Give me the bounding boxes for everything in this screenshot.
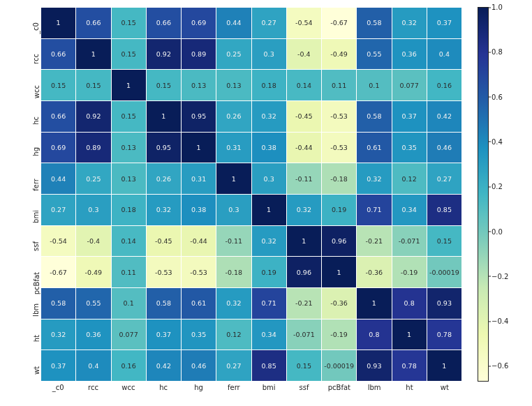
heatmap-cell: 0.13 (216, 70, 251, 101)
heatmap-cell: 0.71 (357, 194, 392, 225)
heatmap-cell: 0.44 (41, 163, 76, 195)
heatmap-cell: -0.00019 (322, 350, 357, 382)
heatmap-cell: 0.35 (392, 132, 427, 163)
colorbar-tick-label: 0.4 (492, 137, 503, 145)
heatmap-cell: 1 (41, 8, 76, 39)
y-tick-label: hc (33, 116, 40, 125)
heatmap-cell: 0.31 (182, 163, 216, 195)
heatmap-cell: 0.27 (251, 8, 286, 39)
heatmap-cell: -0.11 (286, 163, 321, 195)
heatmap-cell: 0.15 (76, 70, 111, 101)
heatmap-cell: 0.58 (41, 287, 76, 319)
correlation-heatmap-figure: 10.660.150.660.690.440.27-0.54-0.670.580… (0, 0, 532, 406)
heatmap-cell: 1 (182, 132, 216, 163)
heatmap-cell: 0.32 (357, 163, 392, 195)
heatmap-cell: 0.15 (146, 70, 181, 101)
heatmap-cell: 0.66 (41, 38, 76, 70)
heatmap-cell: 1 (322, 257, 357, 288)
y-tick-label: lbm (33, 303, 40, 317)
heatmap-cell: 0.3 (251, 163, 286, 195)
heatmap-cell: 0.85 (251, 350, 286, 382)
heatmap-cell: 0.38 (251, 132, 286, 163)
heatmap-cell: 1 (146, 100, 181, 132)
heatmap-cell: 0.46 (182, 350, 216, 382)
heatmap-cell: 1 (251, 194, 286, 225)
heatmap-cell: 0.42 (427, 100, 461, 132)
heatmap-cell: 0.13 (182, 70, 216, 101)
heatmap-cell: -0.18 (322, 163, 357, 195)
heatmap-cell: -0.00019 (427, 257, 461, 288)
heatmap-cell: 0.58 (146, 287, 181, 319)
heatmap-cell: 0.12 (392, 163, 427, 195)
heatmap-cell: 0.11 (111, 257, 146, 288)
heatmap-cell: 0.96 (322, 225, 357, 257)
colorbar-tick-label: −0.2 (492, 272, 508, 280)
heatmap-cell: 0.32 (146, 194, 181, 225)
heatmap-cell: 0.55 (76, 287, 111, 319)
heatmap-cell: 0.44 (216, 8, 251, 39)
heatmap-cell: 0.92 (146, 38, 181, 70)
heatmap-cell: -0.36 (357, 257, 392, 288)
heatmap-cell: 0.55 (357, 38, 392, 70)
heatmap-cell: -0.53 (322, 100, 357, 132)
heatmap-cell: 0.35 (182, 319, 216, 350)
heatmap-cell: 0.4 (76, 350, 111, 382)
heatmap-cell: 0.27 (427, 163, 461, 195)
heatmap-cell: 0.1 (111, 287, 146, 319)
heatmap-cell: 0.37 (392, 100, 427, 132)
colorbar-tick-label: −0.6 (492, 362, 508, 370)
heatmap-cell: 1 (216, 163, 251, 195)
heatmap-cell: 0.3 (251, 38, 286, 70)
heatmap-cell: 0.32 (41, 319, 76, 350)
x-tick-label: ht (406, 384, 413, 391)
heatmap-cell: 0.15 (41, 70, 76, 101)
heatmap-cell: 0.3 (76, 194, 111, 225)
heatmap-cell: 0.71 (251, 287, 286, 319)
heatmap-cell: -0.18 (216, 257, 251, 288)
heatmap-cell: 0.27 (41, 194, 76, 225)
colorbar-tick-label: 0.6 (492, 93, 503, 100)
y-tick-label: wcc (33, 85, 40, 98)
heatmap-cell: 0.13 (111, 163, 146, 195)
heatmap-cell: 0.38 (182, 194, 216, 225)
heatmap-cell: 0.37 (41, 350, 76, 382)
heatmap-cell: -0.49 (76, 257, 111, 288)
heatmap-cell: 1 (392, 319, 427, 350)
x-tick-label: rcc (88, 384, 98, 391)
heatmap-cell: -0.67 (41, 257, 76, 288)
heatmap-cell: 0.66 (41, 100, 76, 132)
colorbar-tick-label: 0.2 (492, 183, 503, 190)
heatmap-cell: 0.69 (41, 132, 76, 163)
heatmap-cell: -0.11 (216, 225, 251, 257)
heatmap-cell: 0.78 (392, 350, 427, 382)
x-tick-label: ssf (300, 384, 309, 391)
heatmap-cell: -0.53 (182, 257, 216, 288)
heatmap-cell: 0.16 (111, 350, 146, 382)
heatmap-cell: -0.53 (322, 132, 357, 163)
heatmap-cell: 0.077 (111, 319, 146, 350)
heatmap-cell: 0.93 (357, 350, 392, 382)
heatmap-cell: -0.19 (392, 257, 427, 288)
heatmap-cell: -0.53 (146, 257, 181, 288)
heatmap-cell: 1 (76, 38, 111, 70)
heatmap-cell: -0.67 (322, 8, 357, 39)
y-tick-label: wt (33, 366, 40, 375)
heatmap-cell: -0.54 (286, 8, 321, 39)
heatmap-cell: 0.36 (392, 38, 427, 70)
heatmap-cell: 0.93 (427, 287, 461, 319)
heatmap-cell: 1 (427, 350, 461, 382)
heatmap-cell: 0.14 (111, 225, 146, 257)
heatmap-cell: 0.78 (427, 319, 461, 350)
colorbar-tick-label: 1.0 (492, 3, 503, 11)
colorbar (478, 7, 489, 382)
heatmap-cell: 0.27 (216, 350, 251, 382)
heatmap-cell: 0.37 (427, 8, 461, 39)
x-tick-label: hc (159, 384, 168, 391)
x-tick-label: wt (441, 384, 449, 391)
heatmap-cell: 0.25 (76, 163, 111, 195)
heatmap-cell: 0.1 (357, 70, 392, 101)
heatmap-cell: 0.077 (392, 70, 427, 101)
heatmap-cell: 0.4 (427, 38, 461, 70)
x-tick-label: _c0 (52, 384, 64, 391)
heatmap-cell: 0.15 (111, 100, 146, 132)
